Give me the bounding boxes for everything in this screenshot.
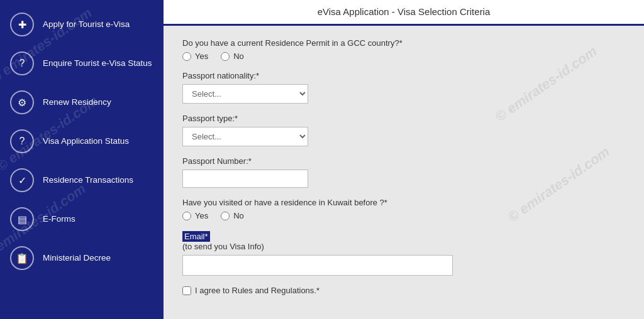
agree-checkbox-group: I agree to Rules and Regulations.* [182,286,625,295]
gcc-yes-label: Yes [195,51,208,61]
sidebar-item-apply-tourist[interactable]: ✚ Apply for Tourist e-Visa [0,5,164,44]
e-forms-icon: ▤ [10,207,34,231]
sidebar-item-residence-transactions[interactable]: ✓ Residence Transactions [0,161,164,200]
kuwait-yes-radio[interactable] [182,212,191,220]
sidebar: © emirates-id.com © emirates-id.com © em… [0,0,164,319]
form-area: © emirates-id.com © emirates-id.com Do y… [164,26,644,319]
main-content: eVisa Application - Visa Selection Crite… [164,0,644,319]
sidebar-item-enquire-tourist[interactable]: ? Enquire Tourist e-Visa Status [0,44,164,83]
ministerial-decree-icon: 📋 [10,246,34,270]
email-input[interactable] [182,255,453,276]
sidebar-item-label: Renew Residency [43,97,111,108]
sidebar-item-e-forms[interactable]: ▤ E-Forms [0,200,164,239]
gcc-no-radio[interactable] [221,52,230,61]
residence-transactions-icon: ✓ [10,168,34,192]
kuwait-yes-label: Yes [195,211,208,220]
sidebar-item-label: Ministerial Decree [43,252,111,264]
kuwait-radio-group: Yes No [182,211,625,220]
sidebar-item-renew-residency[interactable]: ⚙ Renew Residency [0,83,164,122]
kuwait-no-label: No [233,211,244,220]
passport-nationality-group: Passport nationality:* Select... [182,71,625,104]
email-label-container: Email* [182,230,625,242]
gcc-no-label: No [233,51,244,61]
gcc-radio-group: Yes No [182,51,625,61]
passport-type-label: Passport type:* [182,114,625,123]
gcc-no-option[interactable]: No [221,51,244,61]
email-group: Email* (to send you Visa Info) [182,230,625,276]
renew-residency-icon: ⚙ [10,90,34,114]
agree-checkbox[interactable] [182,286,191,295]
passport-type-group: Passport type:* Select... [182,114,625,146]
passport-number-input[interactable] [182,170,308,188]
kuwait-question-group: Have you visited or have a residence in … [182,198,625,220]
kuwait-yes-option[interactable]: Yes [182,211,208,220]
agree-group: I agree to Rules and Regulations.* [182,286,625,295]
gcc-question-group: Do you have a current Residence Permit i… [182,38,625,61]
kuwait-no-option[interactable]: No [221,211,244,220]
gcc-yes-radio[interactable] [182,52,191,61]
kuwait-question-label: Have you visited or have a residence in … [182,198,625,207]
gcc-question-label: Do you have a current Residence Permit i… [182,38,625,48]
agree-label: I agree to Rules and Regulations.* [195,286,319,295]
enquire-tourist-icon: ? [10,51,34,75]
sidebar-item-visa-application-status[interactable]: ? Visa Application Status [0,122,164,161]
sidebar-item-ministerial-decree[interactable]: 📋 Ministerial Decree [0,239,164,278]
sidebar-item-label: E-Forms [43,214,75,225]
kuwait-no-radio[interactable] [221,212,230,220]
sidebar-item-label: Residence Transactions [43,175,133,186]
passport-nationality-select[interactable]: Select... [182,84,308,104]
passport-number-group: Passport Number:* [182,156,625,188]
sidebar-item-label: Visa Application Status [43,136,129,147]
email-sub-label: (to send you Visa Info) [182,242,625,251]
apply-tourist-icon: ✚ [10,13,34,36]
passport-nationality-label: Passport nationality:* [182,71,625,80]
sidebar-item-label: Apply for Tourist e-Visa [43,19,130,30]
passport-type-select[interactable]: Select... [182,127,308,146]
sidebar-item-label: Enquire Tourist e-Visa Status [43,58,152,69]
gcc-yes-option[interactable]: Yes [182,51,208,61]
title-bar: eVisa Application - Visa Selection Crite… [164,0,644,26]
visa-status-icon: ? [10,129,34,153]
email-label-highlight: Email* [182,231,210,242]
page-title: eVisa Application - Visa Selection Crite… [318,6,491,17]
passport-number-label: Passport Number:* [182,156,625,166]
